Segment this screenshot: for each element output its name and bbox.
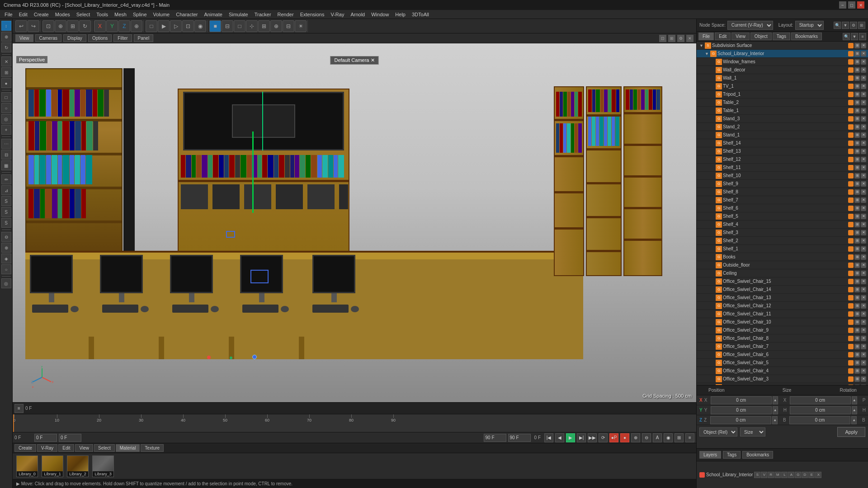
dot-color-6[interactable] (848, 92, 854, 97)
dot-vis-6[interactable]: ⊞ (854, 92, 860, 97)
loop-tool-button[interactable]: ⊖ (1, 232, 11, 242)
menu-item-create[interactable]: Create (31, 11, 52, 18)
goto-start-button[interactable]: |◀ (544, 433, 553, 442)
dot-vis-32[interactable]: ⊞ (854, 303, 860, 309)
obj-item-shelf_13[interactable]: GShelf_13⊞✕ (697, 147, 868, 155)
dot-vis-26[interactable]: ⊞ (854, 254, 860, 260)
settings-rp-icon[interactable]: ⚙ (850, 22, 857, 29)
dot-vis-3[interactable]: ⊞ (854, 67, 860, 73)
x-size-spin[interactable]: ▲ (852, 396, 857, 404)
layer-g-icon[interactable]: G (795, 472, 801, 478)
y-pos-spin[interactable]: ▲ (773, 406, 778, 414)
dot-color-13[interactable] (848, 149, 854, 154)
dot-render-0[interactable]: ✕ (861, 43, 866, 48)
y-axis-handle[interactable] (252, 131, 254, 213)
cylinder-tool-button[interactable]: ◎ (1, 114, 11, 124)
btab-edit[interactable]: Edit (58, 444, 74, 452)
dot-vis-13[interactable]: ⊞ (854, 149, 860, 154)
dot-render-34[interactable]: ✕ (861, 319, 866, 325)
undo-button[interactable]: ↩ (15, 20, 27, 32)
dot-render-1[interactable]: ✕ (861, 51, 866, 56)
material-preview-2[interactable]: Library_2 (67, 455, 89, 477)
floor-button[interactable]: ⊟ (283, 20, 294, 32)
file-tab[interactable]: File (698, 33, 714, 40)
dot-vis-21[interactable]: ⊞ (854, 214, 860, 219)
menu-item-mesh[interactable]: Mesh (112, 11, 129, 18)
menu-item-select[interactable]: Select (74, 11, 93, 18)
obj-item-shelf_2[interactable]: GShelf_2⊞✕ (697, 237, 868, 245)
dot-render-8[interactable]: ✕ (861, 108, 866, 113)
edges-tool-button[interactable]: ⊟ (1, 150, 11, 160)
menu-item-arnold[interactable]: Arnold (348, 11, 368, 18)
maximize-button[interactable]: □ (848, 1, 855, 9)
obj-item-shelf_12[interactable]: GShelf_12⊞✕ (697, 155, 868, 164)
x-pos-input[interactable] (711, 396, 772, 404)
dot-render-32[interactable]: ✕ (861, 303, 866, 309)
dot-render-36[interactable]: ✕ (861, 336, 866, 341)
layer-m-icon[interactable]: M (774, 472, 781, 478)
dot-render-4[interactable]: ✕ (861, 75, 866, 81)
obj-item-office_swivel_chair_8[interactable]: GOffice_Swivel_Chair_8⊞✕ (697, 334, 868, 343)
ol-search-icon[interactable]: 🔍 (843, 33, 850, 40)
settings-icon[interactable]: ⚙ (677, 35, 684, 42)
dot-color-35[interactable] (848, 328, 854, 333)
dot-render-6[interactable]: ✕ (861, 92, 866, 97)
dot-render-33[interactable]: ✕ (861, 311, 866, 317)
xyz-button[interactable]: ⊕ (131, 20, 142, 32)
menu-item-modes[interactable]: Modes (52, 11, 73, 18)
nodespace-dropdown[interactable]: Current (V-Ray) (727, 21, 773, 30)
obj-item-office_swivel_chair_13[interactable]: GOffice_Swivel_Chair_13⊞✕ (697, 294, 868, 302)
wire-button[interactable]: ⊟ (222, 20, 233, 32)
dot-color-4[interactable] (848, 75, 854, 81)
dot-color-1[interactable] (848, 51, 854, 56)
size-mode-dropdown[interactable]: Size Scale (740, 427, 765, 436)
grid-button[interactable]: ⊞ (258, 20, 270, 32)
dot-vis-40[interactable]: ⊞ (854, 368, 860, 374)
obj-item-tripod_1[interactable]: GTripod_1⊞✕ (697, 90, 868, 99)
dot-render-16[interactable]: ✕ (861, 173, 866, 178)
dot-render-19[interactable]: ✕ (861, 197, 866, 203)
auto-key-button[interactable]: A (653, 433, 662, 442)
layer-d-icon[interactable]: D (802, 472, 808, 478)
render-region-button[interactable]: ▶ (158, 20, 170, 32)
menu-item-window[interactable]: Window (368, 11, 392, 18)
dot-render-10[interactable]: ✕ (861, 124, 866, 130)
obj-item-office_swivel_chair_12[interactable]: GOffice_Swivel_Chair_12⊞✕ (697, 302, 868, 310)
z-pos-spin[interactable]: ▲ (772, 416, 778, 424)
dot-render-14[interactable]: ✕ (861, 157, 866, 162)
shading-button[interactable]: ■ (209, 20, 221, 32)
layout-dropdown[interactable]: Startup (795, 21, 824, 30)
obj-item-school_library_interior[interactable]: ▼GSchool_Library_Interior⊞✕ (697, 50, 868, 58)
dot-render-37[interactable]: ✕ (861, 344, 866, 349)
prev-frame-button[interactable]: ◀ (555, 433, 564, 442)
fullscreen-icon[interactable]: ⊡ (659, 35, 666, 42)
brush-tool-button[interactable]: ○ (1, 264, 11, 274)
layers-tab[interactable]: Layers (699, 451, 721, 459)
dot-vis-9[interactable]: ⊞ (854, 116, 860, 122)
s2-tool-button[interactable]: S (1, 207, 11, 217)
render-btn[interactable]: ⊡ (182, 20, 194, 32)
view-obj-tab[interactable]: View (731, 33, 750, 40)
dot-render-23[interactable]: ✕ (861, 230, 866, 235)
dot-render-40[interactable]: ✕ (861, 368, 866, 374)
obj-item-office_swivel_chair_7[interactable]: GOffice_Swivel_Chair_7⊞✕ (697, 343, 868, 351)
obj-item-shelf_14[interactable]: GShelf_14⊞✕ (697, 139, 868, 147)
y-pos-input[interactable] (711, 406, 772, 414)
light-tool-button[interactable]: ◎ (1, 278, 11, 288)
dot-vis-25[interactable]: ⊞ (854, 246, 860, 252)
light-btn[interactable]: ☀ (295, 20, 307, 32)
layer-vis2-icon[interactable]: V (761, 472, 767, 478)
dot-color-19[interactable] (848, 197, 854, 203)
dot-vis-41[interactable]: ⊞ (854, 376, 860, 382)
menu-item-extensions[interactable]: Extensions (297, 11, 327, 18)
obj-item-stand_3[interactable]: GStand_3⊞✕ (697, 115, 868, 123)
dot-vis-2[interactable]: ⊞ (854, 59, 860, 65)
scale-button[interactable]: ⊞ (67, 20, 79, 32)
dot-color-33[interactable] (848, 311, 854, 317)
dot-render-12[interactable]: ✕ (861, 141, 866, 146)
dot-vis-16[interactable]: ⊞ (854, 173, 860, 178)
btab-material[interactable]: Material (116, 444, 140, 452)
obj-item-window_frames[interactable]: GWindow_frames⊞✕ (697, 58, 868, 66)
z-pos-input[interactable] (710, 416, 771, 424)
dot-vis-4[interactable]: ⊞ (854, 75, 860, 81)
